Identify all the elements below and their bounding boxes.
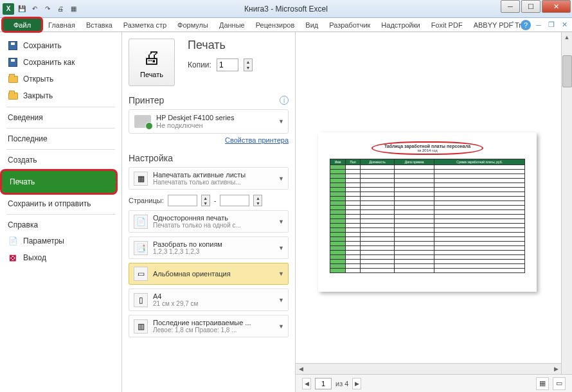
qat-print-icon[interactable]: 🖨 <box>55 4 66 14</box>
help-icon[interactable]: ? <box>521 20 531 30</box>
workbook-restore-icon[interactable]: ❐ <box>546 20 557 30</box>
ribbon-tabs: Файл Главная Вставка Разметка стр Формул… <box>0 18 572 32</box>
qat-redo-icon[interactable]: ↷ <box>42 4 53 14</box>
window-controls: ─ ☐ ✕ <box>501 0 572 13</box>
printer-device-icon <box>134 115 151 128</box>
collate-icon: 📑 <box>134 241 148 255</box>
setting-print-what[interactable]: ▦ Напечатать активные листы Напечатать т… <box>129 167 289 190</box>
nav-recent[interactable]: Последние <box>0 131 121 147</box>
nav-separator <box>6 214 115 215</box>
preview-statusbar: ◀ из 4 ▶ ▦ ▭ <box>296 374 572 392</box>
printer-properties-link[interactable]: Свойства принтера <box>129 136 289 144</box>
current-page-input[interactable] <box>315 378 332 389</box>
exit-icon: ⊠ <box>8 253 18 263</box>
workbook-minimize-icon[interactable]: ─ <box>533 20 544 30</box>
prev-page-button[interactable]: ◀ <box>302 378 311 389</box>
printer-info-icon[interactable]: i <box>280 96 289 105</box>
qat-more-icon[interactable]: ▦ <box>68 4 78 14</box>
nav-exit[interactable]: ⊠Выход <box>0 249 121 266</box>
minimize-button[interactable]: ─ <box>501 0 520 13</box>
quick-access-toolbar: X 💾 ↶ ↷ 🖨 ▦ <box>0 3 78 15</box>
save-as-icon <box>8 58 17 67</box>
printer-icon: 🖨 <box>143 47 161 68</box>
setting-margins[interactable]: ▥ Последние настраиваемые ... Левое: 1,8… <box>129 315 289 337</box>
chevron-down-icon: ▼ <box>278 297 284 303</box>
nav-separator <box>6 128 115 129</box>
setting-orientation[interactable]: ▭ Альбомная ориентация ▼ <box>129 263 289 285</box>
nav-new[interactable]: Создать <box>0 152 121 168</box>
tab-formulas[interactable]: Формулы <box>172 18 214 31</box>
backstage-view: Сохранить Сохранить как Открыть Закрыть … <box>0 32 572 392</box>
vertical-scrollbar[interactable]: ▲ <box>561 32 572 374</box>
tab-data[interactable]: Данные <box>214 18 251 31</box>
pages-to-spinner[interactable]: ▲▼ <box>253 195 262 206</box>
printer-status: Не подключен <box>156 121 234 129</box>
chevron-down-icon: ▼ <box>278 218 284 225</box>
zoom-to-page-button[interactable]: ▦ <box>536 377 549 390</box>
close-button[interactable]: ✕ <box>542 0 571 13</box>
show-margins-button[interactable]: ▭ <box>553 377 566 390</box>
folder-close-icon <box>8 93 18 100</box>
pages-from-spinner[interactable]: ▲▼ <box>201 195 210 206</box>
nav-share[interactable]: Сохранить и отправить <box>0 196 121 211</box>
pages-from-input[interactable] <box>168 195 197 206</box>
scroll-left-icon[interactable]: ◀ <box>296 364 306 374</box>
copies-label: Копии: <box>188 60 211 69</box>
tab-view[interactable]: Вид <box>300 18 324 31</box>
tab-developer[interactable]: Разработчик <box>324 18 376 31</box>
scroll-right-icon[interactable]: ▶ <box>551 364 561 374</box>
nav-options[interactable]: 📄Параметры <box>0 233 121 249</box>
chevron-down-icon: ▼ <box>278 245 284 251</box>
nav-close[interactable]: Закрыть <box>0 87 121 104</box>
maximize-button[interactable]: ☐ <box>521 0 541 13</box>
nav-info[interactable]: Сведения <box>0 110 121 125</box>
qat-undo-icon[interactable]: ↶ <box>30 4 40 14</box>
nav-save[interactable]: Сохранить <box>0 37 121 54</box>
landscape-icon: ▭ <box>134 267 148 281</box>
printer-selector[interactable]: HP Deskjet F4100 series Не подключен ▼ <box>129 109 289 134</box>
setting-collate[interactable]: 📑 Разобрать по копиям 1,2,3 1,2,3 1,2,3 … <box>129 236 289 259</box>
chevron-down-icon: ▼ <box>278 323 284 330</box>
annotation-oval: Таблица заработной платы персонала за 20… <box>371 141 483 155</box>
horizontal-scrollbar[interactable]: ◀ ▶ <box>296 363 561 374</box>
printer-section-heading: Принтер <box>129 95 164 105</box>
copies-input[interactable] <box>217 58 238 71</box>
print-preview-pane: Таблица заработной платы персонала за 20… <box>296 32 572 392</box>
margins-icon: ▥ <box>134 319 148 334</box>
nav-separator <box>6 107 115 107</box>
scrollbar-thumb[interactable] <box>562 55 572 87</box>
ribbon-minimize-icon[interactable]: ˄ <box>508 20 518 30</box>
nav-print[interactable]: Печать <box>0 169 118 195</box>
nav-help[interactable]: Справка <box>0 217 121 233</box>
qat-save-icon[interactable]: 💾 <box>17 4 27 14</box>
document-title: Таблица заработной платы персонала <box>384 144 470 148</box>
scroll-up-icon[interactable]: ▲ <box>562 32 572 42</box>
tab-pagelayout[interactable]: Разметка стр <box>118 18 172 31</box>
nav-save-as[interactable]: Сохранить как <box>0 54 121 71</box>
print-settings-panel: 🖨 Печать Печать Копии: ▲▼ Принтерi HP De… <box>122 32 296 392</box>
tab-home[interactable]: Главная <box>43 18 81 31</box>
tab-insert[interactable]: Вставка <box>81 18 118 31</box>
page-of-label: из 4 <box>335 380 348 388</box>
page-icon: ▯ <box>134 293 148 307</box>
excel-app-icon[interactable]: X <box>3 3 14 15</box>
document-subtitle: за 2014 год <box>384 148 470 152</box>
setting-paper-size[interactable]: ▯ A4 21 см x 29,7 см ▼ <box>129 289 289 311</box>
workbook-close-icon[interactable]: ✕ <box>559 20 569 30</box>
window-title: Книга3 - Microsoft Excel <box>244 4 328 13</box>
tab-foxit[interactable]: Foxit PDF <box>426 18 469 31</box>
tab-addins[interactable]: Надстройки <box>376 18 425 31</box>
nav-separator <box>6 149 115 150</box>
setting-duplex[interactable]: 📄 Односторонняя печать Печатать только н… <box>129 210 289 233</box>
pages-to-input[interactable] <box>220 195 249 206</box>
chevron-down-icon: ▼ <box>278 118 284 125</box>
nav-open[interactable]: Открыть <box>0 71 121 87</box>
next-page-button[interactable]: ▶ <box>352 378 361 389</box>
folder-open-icon <box>8 76 18 83</box>
tab-file[interactable]: Файл <box>1 17 43 33</box>
ribbon-collapse-help: ˄ ? ─ ❐ ✕ <box>508 18 569 31</box>
copies-spinner[interactable]: ▲▼ <box>244 58 253 71</box>
preview-page: Таблица заработной платы персонала за 20… <box>318 132 537 292</box>
tab-review[interactable]: Рецензиров <box>251 18 301 31</box>
print-button[interactable]: 🖨 Печать <box>129 39 175 86</box>
